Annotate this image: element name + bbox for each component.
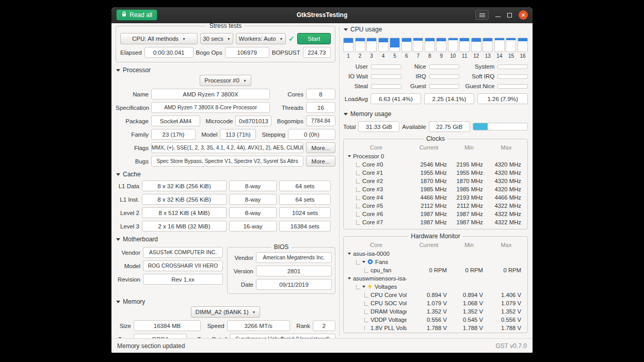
hwmon-row[interactable]: Voltages [346, 283, 525, 291]
loadavg-entry[interactable]: 2.25 (14.1%) [424, 93, 475, 104]
clocks-col-max[interactable]: Max [487, 144, 525, 151]
bugs-field[interactable]: Spec Store Bypass, Spectre V1, Spectre V… [151, 156, 303, 167]
hwmon-row[interactable]: CPU SOC Voltage 1.079 V 1.068 V 1.079 V [346, 299, 525, 307]
processor-selector-dropdown[interactable]: Processor #0 ▼ [200, 75, 251, 86]
cache-sets-field[interactable]: 1024 sets [279, 207, 331, 218]
maximize-button[interactable] [507, 13, 512, 18]
hwmon-row[interactable]: asus-isa-0000 [346, 250, 525, 258]
rank-field[interactable]: 2 [313, 320, 335, 331]
motherboard-expander[interactable]: Motherboard [116, 236, 335, 243]
flags-field[interactable]: MMX, (+), SSE(1, 2, 3, 3S, 4.1, 4.2, 4A)… [151, 142, 303, 153]
available-field[interactable]: 22.75 GiB [429, 121, 470, 132]
titlebar[interactable]: GtkStressTesting Read all ✕ [111, 7, 533, 23]
read-all-button[interactable]: Read all [116, 9, 157, 21]
hwmon-row[interactable]: cpu_fan 0 RPM 0 RPM 0 RPM [346, 266, 525, 274]
bios-date-field[interactable]: 09/11/2019 [256, 279, 332, 290]
hwmon-row[interactable]: DRAM Voltage 1.352 V 1.352 V 1.352 V [346, 307, 525, 316]
hwmon-col-max[interactable]: Max [487, 242, 525, 248]
clocks-col-current[interactable]: Current [407, 144, 451, 151]
clock-row[interactable]: Core #7 1987 MHz 1987 MHz 4322 MHz [346, 218, 525, 226]
mb-vendor-field[interactable]: ASUSTeK COMPUTER INC. [143, 247, 223, 258]
bogomips-field[interactable]: 7784.84 [306, 116, 335, 126]
clock-row[interactable]: Core #3 1985 MHz 1985 MHz 4320 MHz [346, 185, 525, 193]
mb-model-field[interactable]: ROG CROSSHAIR VII HERO [143, 260, 223, 271]
threads-field[interactable]: 16 [306, 102, 335, 113]
stress-workers-dropdown[interactable]: Workers: Auto ▼ [236, 33, 286, 44]
model-field[interactable]: 113 (71h) [220, 129, 256, 140]
tree-expander-icon[interactable] [362, 286, 365, 288]
cache-way-field[interactable]: 16-way [229, 221, 277, 232]
hwmon-col-current[interactable]: Current [407, 242, 451, 248]
clock-row[interactable]: Core #2 1870 MHz 1870 MHz 4320 MHz [346, 177, 525, 185]
start-button[interactable]: Start [297, 33, 331, 44]
loadavg-entry[interactable]: 1.26 (7.9%) [477, 93, 528, 104]
elapsed-field[interactable]: 0:00:30.041 [144, 47, 194, 58]
package-field[interactable]: Socket AM4 [151, 116, 200, 126]
tree-expander-icon[interactable] [348, 155, 351, 157]
clock-current: 2546 MHz [407, 161, 451, 168]
microcode-field[interactable]: 0x8701013 [235, 116, 271, 126]
cache-way-field[interactable]: 8-way [229, 194, 277, 205]
bopsust-field[interactable]: 224.73 [303, 47, 331, 58]
cache-way-field[interactable]: 8-way [229, 180, 277, 191]
name-field[interactable]: AMD Ryzen 7 3800X [151, 89, 270, 100]
loadavg-entry[interactable]: 6.63 (41.4%) [371, 93, 421, 104]
bios-vendor-field[interactable]: American Megatrends Inc. [256, 252, 332, 263]
size-field[interactable]: 16384 MB [134, 320, 201, 331]
speed-field[interactable]: 3266 MT/s [227, 320, 290, 331]
memory-usage-expander[interactable]: Memory usage [344, 110, 528, 118]
hwmon-row[interactable]: 1.8V PLL Voltage 1.788 V 1.788 V 1.788 V [346, 324, 525, 330]
processor0-row[interactable]: Processor 0 [346, 152, 525, 160]
hwmon-row[interactable]: CPU Core Voltage 0.894 V 0.894 V 1.406 V [346, 291, 525, 299]
bios-version-field[interactable]: 2801 [256, 266, 332, 276]
clock-row[interactable]: Core #4 4466 MHz 2193 MHz 4466 MHz [346, 193, 525, 202]
stress-method-dropdown[interactable]: CPU: All methods ▼ [120, 33, 198, 44]
cache-size-field[interactable]: 2 x 16 MiB (32 MiB) [142, 221, 227, 232]
tree-expander-icon[interactable] [348, 253, 351, 255]
hwmon-col-core[interactable]: Core [346, 242, 407, 248]
family-field[interactable]: 23 (17h) [151, 129, 196, 140]
stepping-field[interactable]: 0 (0h) [288, 129, 335, 140]
mb-revision-field[interactable]: Rev 1.xx [143, 274, 223, 285]
cache-size-field[interactable]: 8 x 32 KiB (256 KiB) [142, 180, 227, 191]
hwmon-col-min[interactable]: Min [451, 242, 487, 248]
close-button[interactable]: ✕ [519, 10, 528, 20]
dimm-selector-dropdown[interactable]: DIMM_A2 (BANK 1) ▼ [191, 306, 261, 318]
stress-duration-dropdown[interactable]: 30 secs ▼ [200, 33, 233, 44]
processor-expander[interactable]: Processor [116, 67, 335, 74]
minimize-button[interactable] [495, 13, 501, 17]
hwmon-row[interactable]: asuswmisensors-isa-0000 [346, 274, 525, 283]
mb-model-label: Model [116, 263, 140, 269]
cache-sets-field[interactable]: 16384 sets [279, 221, 331, 232]
clocks-col-core[interactable]: Core [346, 144, 407, 151]
tree-expander-icon[interactable] [362, 261, 365, 263]
clock-row[interactable]: Core #1 1955 MHz 1955 MHz 4320 MHz [346, 169, 525, 177]
type-field[interactable]: DDR4 [134, 334, 187, 338]
total-field[interactable]: 31.33 GiB [358, 121, 399, 132]
type-detail-field[interactable]: Synchronous Unbuffered (Unregistered) [230, 334, 335, 338]
clock-row[interactable]: Core #5 2112 MHz 2112 MHz 4322 MHz [346, 202, 525, 210]
clocks-col-min[interactable]: Min [451, 144, 487, 151]
bogo-ops-field[interactable]: 106979 [225, 47, 269, 58]
memory-expander[interactable]: Memory [116, 298, 335, 305]
cache-size-field[interactable]: 8 x 512 KiB (4 MiB) [142, 207, 227, 218]
tree-expander-icon[interactable] [348, 277, 351, 279]
hwmon-row[interactable]: VDDP Voltage 0.556 V 0.545 V 0.556 V [346, 316, 525, 324]
clock-row[interactable]: Core #6 1987 MHz 1987 MHz 4322 MHz [346, 210, 525, 218]
cache-expander[interactable]: Cache [116, 171, 335, 178]
cache-way-field[interactable]: 8-way [229, 207, 277, 218]
hwmon-row[interactable]: Fans [346, 258, 525, 266]
flags-more-button[interactable]: More... [306, 142, 335, 153]
core-name: Core #4 [362, 194, 383, 201]
menu-button[interactable] [475, 10, 489, 20]
clock-row[interactable]: Core #0 2546 MHz 2195 MHz 4320 MHz [346, 160, 525, 169]
specification-field[interactable]: AMD Ryzen 7 3800X 8-Core Processor [151, 102, 270, 113]
cpu-core-meter-fill [356, 38, 365, 41]
stress-method-value: CPU: All methods [132, 36, 179, 42]
cpu-usage-expander[interactable]: CPU usage [344, 26, 528, 33]
cache-size-field[interactable]: 8 x 32 KiB (256 KiB) [142, 194, 227, 205]
bugs-more-button[interactable]: More... [306, 156, 335, 167]
cache-sets-field[interactable]: 64 sets [279, 194, 331, 205]
cache-sets-field[interactable]: 64 sets [279, 180, 331, 191]
cores-field[interactable]: 8 [306, 89, 335, 100]
